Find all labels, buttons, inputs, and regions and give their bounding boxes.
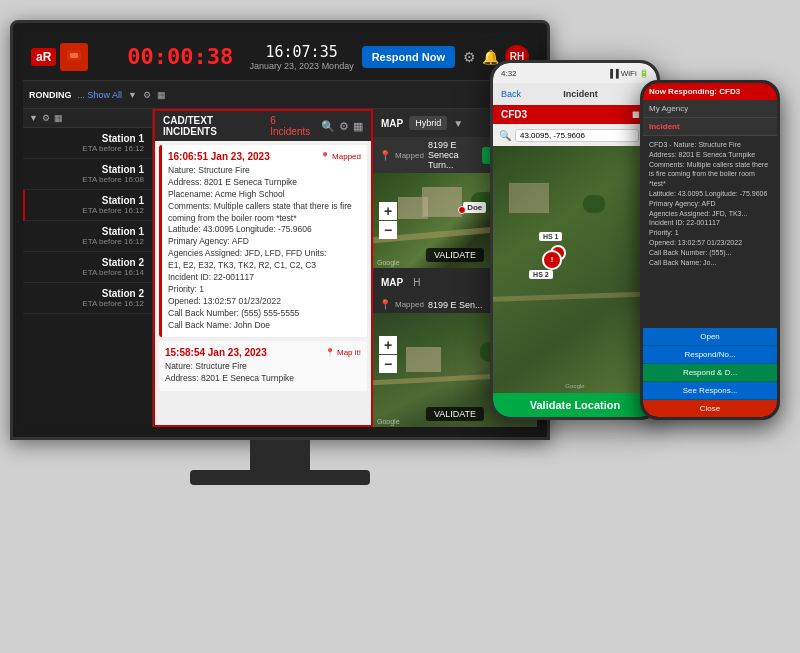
incident-1-units: E1, E2, E32, TK3, TK2, R2, C1, C2, C3 [168, 260, 361, 272]
station-list-dropdown[interactable]: ▼ [29, 113, 38, 123]
ps-open-button[interactable]: Open [643, 328, 777, 346]
ps-incident-id: Incident [649, 122, 771, 131]
station-name-4: Station 1 [31, 226, 144, 237]
hybrid-button[interactable]: Hybrid [409, 116, 447, 130]
incidents-search-icon[interactable]: 🔍 [321, 120, 335, 133]
phone-google-label: Google [565, 383, 584, 389]
ps-see-resp-button[interactable]: See Respons... [643, 382, 777, 400]
station-list: ▼ ⚙ ▦ Station 1 ETA before 16:12 Station… [23, 109, 153, 427]
mapped-label-top: Mapped [395, 151, 424, 160]
monitor-frame: aR 00:00:38 16:07:35 January 23, 2023 [10, 20, 550, 440]
map-dropdown-icon[interactable]: ▼ [453, 118, 463, 129]
screen-body: ▼ ⚙ ▦ Station 1 ETA before 16:12 Station… [23, 109, 537, 427]
ps-incident-details: CFD3 - Nature: Structure Fire Address: 8… [643, 136, 777, 328]
incident-1-comments: Comments: Multiple callers state that th… [168, 201, 361, 225]
station-item-active[interactable]: Station 1 ETA before 16:12 [23, 190, 152, 221]
settings-icon[interactable]: ⚙ [463, 49, 476, 65]
validate-label-top[interactable]: VALIDATE [426, 248, 484, 262]
incident-card-2[interactable]: 15:58:54 Jan 23, 2023 📍 Map it! Nature: … [159, 341, 367, 391]
monitor-base [190, 470, 370, 485]
incident-2-time: 15:58:54 Jan 23, 2023 [165, 347, 267, 358]
station-list-gear[interactable]: ⚙ [42, 113, 50, 123]
datetime-display: 16:07:35 January 23, 2023 Monday [250, 43, 354, 71]
map-zoom-controls: + − [379, 202, 397, 239]
incident-1-coords: Latitude: 43.0095 Longitude: -75.9606 [168, 224, 361, 236]
station-name-2: Station 1 [31, 164, 144, 175]
zoom-in-button[interactable]: + [379, 202, 397, 220]
mapped-label-bottom: Mapped [395, 300, 424, 309]
ps-agency-label: My Agency [649, 104, 771, 113]
map-address-bottom: 8199 E Sen... [428, 300, 483, 310]
phone-map-road [493, 291, 657, 302]
scene: aR 00:00:38 16:07:35 January 23, 2023 [0, 0, 800, 653]
validate-label-bottom[interactable]: VALIDATE [426, 407, 484, 421]
map-zoom-controls-2: + − [379, 336, 397, 373]
phone-nav-bar: Back Incident ⚙ [493, 83, 657, 105]
phone-signals: ▐▐ WiFi 🔋 [607, 69, 649, 78]
settings-small-icon[interactable]: ⚙ [143, 90, 151, 100]
small-phone-screen: Now Responding: CFD3 My Agency Incident … [643, 83, 777, 417]
ps-respond-no-button[interactable]: Respond/No... [643, 346, 777, 364]
map-building-2 [422, 187, 462, 217]
phone-search-icon[interactable]: 🔍 [499, 130, 511, 141]
incidents-grid-icon[interactable]: ▦ [353, 120, 363, 133]
phone-incident-header: CFD3 ▦ ✕ [493, 105, 657, 124]
timer-display: 00:00:38 [119, 44, 242, 69]
zoom-out-button[interactable]: − [379, 221, 397, 239]
ps-respond-d-button[interactable]: Respond & D... [643, 364, 777, 382]
day-display: Monday [322, 61, 354, 71]
incidents-header: CAD/TEXT INCIDENTS 6 Incidents 🔍 ⚙ ▦ [155, 111, 371, 141]
logo-area: aR [31, 43, 111, 71]
google-label-top: Google [377, 259, 400, 266]
phone-search-input[interactable] [515, 129, 639, 142]
station-item[interactable]: Station 1 ETA before 16:12 [23, 221, 152, 252]
dropdown-icon[interactable]: ▼ [128, 90, 137, 100]
main-phone-screen: 4:32 ▐▐ WiFi 🔋 Back Incident ⚙ CFD3 ▦ ✕ … [493, 63, 657, 417]
phone-incident-marker: ! [542, 250, 562, 270]
doe-tag: Doe [463, 202, 486, 213]
station-name-6: Station 2 [31, 288, 144, 299]
incident-1-address: Address: 8201 E Seneca Turnpike [168, 177, 361, 189]
station-item[interactable]: Station 1 ETA before 16:12 [23, 128, 152, 159]
incident-1-priority: Priority: 1 [168, 284, 361, 296]
incident-1-placename: Placename: Acme High School [168, 189, 361, 201]
phone-incident-id: CFD3 [501, 109, 527, 120]
station-name-3: Station 1 [33, 195, 144, 206]
incidents-scroll: 16:06:51 Jan 23, 2023 📍 Mapped Nature: S… [155, 141, 371, 425]
incident-1-nature: Nature: Structure Fire [168, 165, 361, 177]
ps-close-button[interactable]: Close [643, 400, 777, 417]
incident-1-status: 📍 Mapped [320, 152, 361, 161]
bell-icon[interactable]: 🔔 [482, 49, 499, 65]
incident-card-1[interactable]: 16:06:51 Jan 23, 2023 📍 Mapped Nature: S… [159, 145, 367, 337]
google-label-bottom: Google [377, 418, 400, 425]
station-item[interactable]: Station 2 ETA before 16:14 [23, 252, 152, 283]
map-title-bottom: MAP [381, 277, 403, 288]
incidents-title: CAD/TEXT INCIDENTS [163, 115, 266, 137]
incident-1-agencies: Agencies Assigned: JFD, LFD, FFD Units: [168, 248, 361, 260]
zoom-in-button-2[interactable]: + [379, 336, 397, 354]
back-button[interactable]: Back [501, 89, 521, 99]
show-all-link[interactable]: ... Show All [78, 90, 123, 100]
station-eta-6: ETA before 16:12 [31, 299, 144, 308]
respond-now-button[interactable]: Respond Now [362, 46, 455, 68]
map-address-top: 8199 E Seneca Turn... [428, 140, 478, 170]
incidents-panel: CAD/TEXT INCIDENTS 6 Incidents 🔍 ⚙ ▦ [153, 109, 373, 427]
station-item[interactable]: Station 2 ETA before 16:12 [23, 283, 152, 314]
phone-validate-button[interactable]: Validate Location [493, 393, 657, 417]
incident-2-nature: Nature: Structure Fire [165, 361, 361, 373]
phone-hs2-label: HS 2 [529, 270, 553, 279]
table-icon[interactable]: ▦ [157, 90, 166, 100]
map-pin-top: 📍 [379, 150, 391, 161]
station-list-grid[interactable]: ▦ [54, 113, 63, 123]
station-eta-1: ETA before 16:12 [31, 144, 144, 153]
station-eta-5: ETA before 16:14 [31, 268, 144, 277]
map-title-top: MAP [381, 118, 403, 129]
small-phone: Now Responding: CFD3 My Agency Incident … [640, 80, 780, 420]
incidents-count: 6 Incidents [270, 115, 317, 137]
date-display: January 23, 2023 [250, 61, 320, 71]
incident-1-primary: Primary Agency: AFD [168, 236, 361, 248]
ps-header-text: Now Responding: CFD3 [649, 87, 771, 96]
station-item[interactable]: Station 1 ETA before 16:08 [23, 159, 152, 190]
incidents-settings-icon[interactable]: ⚙ [339, 120, 349, 133]
zoom-out-button-2[interactable]: − [379, 355, 397, 373]
